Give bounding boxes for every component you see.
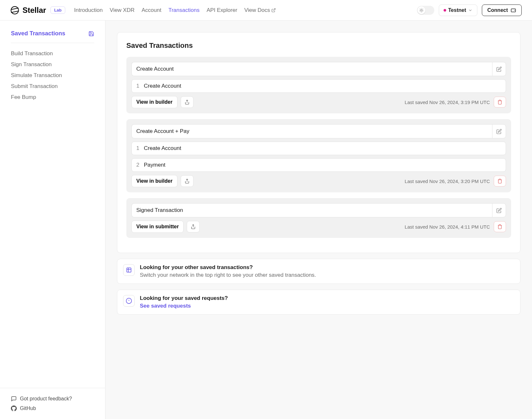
edit-icon xyxy=(496,66,502,72)
svg-point-0 xyxy=(11,6,18,14)
share-button[interactable] xyxy=(181,96,194,108)
operation-row: 2 Payment xyxy=(131,158,506,172)
save-icon[interactable] xyxy=(88,31,94,37)
sun-icon xyxy=(419,8,424,13)
info-title: Looking for your saved requests? xyxy=(140,295,514,301)
operation-row: 1 Create Account xyxy=(131,79,506,93)
connect-label: Connect xyxy=(487,7,508,13)
delete-button[interactable] xyxy=(494,176,506,187)
sidebar-item-simulate[interactable]: Simulate Transaction xyxy=(11,70,94,81)
operation-number: 1 xyxy=(136,83,139,89)
info-title: Looking for your other saved transaction… xyxy=(140,264,514,271)
transaction-name: Signed Transaction xyxy=(131,203,492,217)
last-saved-text: Last saved Nov 26, 2024, 3:19 PM UTC xyxy=(405,100,490,105)
network-selector[interactable]: Testnet xyxy=(439,4,477,16)
chevron-down-icon xyxy=(468,8,473,13)
other-transactions-info: Looking for your other saved transaction… xyxy=(117,259,520,284)
svg-line-5 xyxy=(420,9,420,9)
delete-button[interactable] xyxy=(494,97,506,108)
view-button[interactable]: View in builder xyxy=(131,175,177,187)
main-nav: Introduction View XDR Account Transactio… xyxy=(74,7,276,13)
wallet-icon xyxy=(510,7,516,13)
nav-api-explorer[interactable]: API Explorer xyxy=(207,7,237,13)
last-saved-text: Last saved Nov 26, 2024, 4:11 PM UTC xyxy=(405,224,490,230)
svg-line-6 xyxy=(423,11,423,12)
trash-icon xyxy=(497,224,502,229)
share-icon xyxy=(191,224,196,229)
network-label: Testnet xyxy=(448,7,466,13)
operation-number: 1 xyxy=(136,145,139,152)
main-content: Saved Transactions Create Account 1 Crea… xyxy=(105,21,532,419)
operation-name: Create Account xyxy=(144,83,181,89)
sidebar-item-build[interactable]: Build Transaction xyxy=(11,48,94,59)
transaction-card: Create Account 1 Create Account View in … xyxy=(126,57,511,113)
github-icon xyxy=(11,406,17,411)
stellar-logo-icon xyxy=(10,6,19,15)
chat-icon xyxy=(11,396,17,402)
external-link-icon xyxy=(271,8,276,13)
transactions-panel: Saved Transactions Create Account 1 Crea… xyxy=(117,32,520,253)
operation-number: 2 xyxy=(136,162,139,168)
transaction-card: Create Account + Pay 1 Create Account 2 … xyxy=(126,119,511,192)
view-button[interactable]: View in submitter xyxy=(131,221,184,233)
edit-name-button[interactable] xyxy=(492,62,506,76)
nav-account[interactable]: Account xyxy=(142,7,161,13)
nav-view-docs[interactable]: View Docs xyxy=(244,7,276,13)
sidebar-item-submit[interactable]: Submit Transaction xyxy=(11,81,94,92)
edit-icon xyxy=(496,208,502,213)
network-dot-icon xyxy=(444,9,446,12)
logo-text: Stellar xyxy=(23,6,46,15)
svg-rect-15 xyxy=(127,268,131,272)
edit-icon xyxy=(496,129,502,134)
saved-requests-info: Looking for your saved requests? See sav… xyxy=(117,290,520,315)
share-button[interactable] xyxy=(187,221,200,232)
last-saved-text: Last saved Nov 26, 2024, 3:20 PM UTC xyxy=(405,179,490,184)
view-button[interactable]: View in builder xyxy=(131,96,177,108)
operation-name: Create Account xyxy=(144,145,181,152)
trash-icon xyxy=(497,179,502,184)
svg-line-9 xyxy=(420,11,420,12)
app-header: Stellar Lab Introduction View XDR Accoun… xyxy=(0,0,532,21)
logo[interactable]: Stellar Lab xyxy=(10,6,65,15)
trash-icon xyxy=(497,100,502,105)
transaction-name: Create Account xyxy=(131,62,492,76)
operation-name: Payment xyxy=(144,162,165,168)
sidebar-title[interactable]: Saved Transactions xyxy=(11,30,65,37)
page-title: Saved Transactions xyxy=(126,41,511,50)
transaction-card: Signed Transaction View in submitter Las… xyxy=(126,198,511,238)
svg-line-1 xyxy=(273,8,275,10)
requests-info-icon xyxy=(123,295,135,307)
nav-view-docs-label: View Docs xyxy=(244,7,270,13)
delete-button[interactable] xyxy=(494,221,506,232)
nav-transactions[interactable]: Transactions xyxy=(168,7,200,13)
share-button[interactable] xyxy=(181,175,194,187)
share-icon xyxy=(185,100,190,105)
sidebar: Saved Transactions Build Transaction Sig… xyxy=(0,21,105,419)
feedback-link[interactable]: Got product feedback? xyxy=(11,394,94,404)
nav-introduction[interactable]: Introduction xyxy=(74,7,103,13)
network-info-icon xyxy=(123,264,135,276)
svg-point-2 xyxy=(421,9,422,11)
github-link[interactable]: GitHub xyxy=(11,404,94,413)
transaction-name: Create Account + Pay xyxy=(131,124,492,138)
nav-view-xdr[interactable]: View XDR xyxy=(110,7,134,13)
operation-row: 1 Create Account xyxy=(131,142,506,155)
sidebar-item-feebump[interactable]: Fee Bump xyxy=(11,92,94,103)
svg-line-10 xyxy=(423,9,423,9)
theme-toggle[interactable] xyxy=(417,6,434,15)
edit-name-button[interactable] xyxy=(492,124,506,138)
edit-name-button[interactable] xyxy=(492,203,506,217)
sidebar-item-sign[interactable]: Sign Transaction xyxy=(11,59,94,70)
see-saved-requests-link[interactable]: See saved requests xyxy=(140,303,514,309)
info-text: Switch your network in the top right to … xyxy=(140,272,514,278)
share-icon xyxy=(185,179,190,184)
lab-badge: Lab xyxy=(50,6,65,14)
connect-button[interactable]: Connect xyxy=(482,4,522,16)
